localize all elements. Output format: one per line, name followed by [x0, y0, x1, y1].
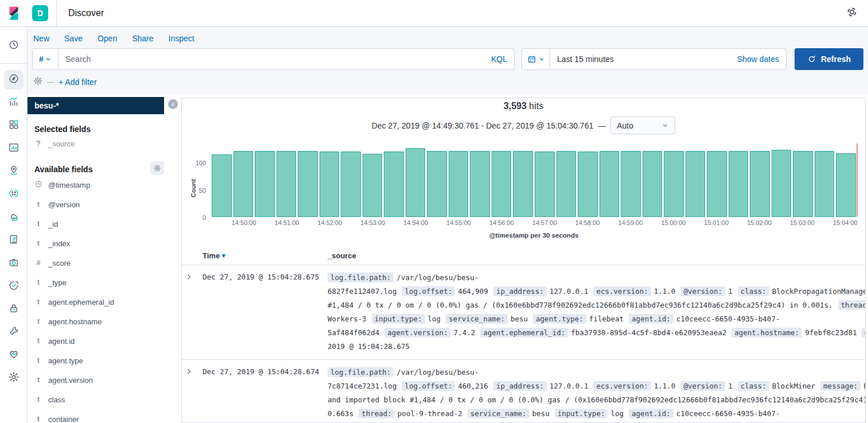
- histogram-bar-14:49:30[interactable]: [212, 154, 232, 217]
- nav-dev-tools[interactable]: [4, 323, 24, 342]
- histogram-bar-14:58:30[interactable]: [600, 151, 620, 217]
- x-tick-15:03:00: 15:03:00: [790, 219, 815, 226]
- nav-siem[interactable]: [4, 300, 24, 319]
- histogram-bar-14:54:30[interactable]: [427, 151, 447, 217]
- field-item-_id[interactable]: t_id: [34, 214, 179, 234]
- nav-logs[interactable]: [4, 231, 24, 250]
- histogram-bar-14:57:30[interactable]: [556, 151, 577, 217]
- histogram-bar-15:02:30[interactable]: [772, 150, 792, 217]
- x-tick-14:59:00: 14:59:00: [618, 219, 643, 226]
- field-name: _index: [48, 239, 70, 248]
- histogram-bar-14:57:00[interactable]: [535, 152, 555, 217]
- histogram-bar-14:52:30[interactable]: [341, 152, 361, 217]
- histogram-bar-14:51:30[interactable]: [298, 151, 318, 217]
- histogram-plot-area[interactable]: [212, 143, 856, 217]
- histogram-bar-15:00:30[interactable]: [686, 151, 706, 217]
- field-item-class[interactable]: tclass: [34, 390, 179, 409]
- kql-toggle[interactable]: KQL: [491, 55, 507, 64]
- space-badge[interactable]: D: [32, 5, 48, 21]
- nav-dashboard[interactable]: [4, 116, 24, 135]
- histogram-bar-14:55:00[interactable]: [449, 151, 469, 217]
- nav-metrics[interactable]: [4, 254, 24, 273]
- nav-canvas[interactable]: [4, 139, 24, 158]
- field-item-agent.hostname[interactable]: tagent.hostname: [34, 312, 179, 331]
- field-badge-agent.id: agent.id:: [629, 314, 674, 324]
- interval-select[interactable]: Auto: [610, 117, 675, 134]
- saved-query-menu-button[interactable]: #: [32, 48, 58, 70]
- nav-apm[interactable]: [4, 208, 24, 227]
- nav-maps[interactable]: [4, 162, 24, 181]
- menu-new[interactable]: New: [33, 34, 49, 43]
- refresh-button[interactable]: Refresh: [795, 48, 863, 70]
- field-settings-gear-icon[interactable]: [150, 161, 164, 175]
- histogram-bar-15:04:00[interactable]: [836, 153, 856, 217]
- histogram-bar-15:01:30[interactable]: [729, 151, 749, 217]
- field-item-_index[interactable]: t_index: [34, 234, 179, 253]
- kibana-logo[interactable]: [0, 0, 28, 26]
- search-input[interactable]: [65, 55, 491, 64]
- field-item-_score[interactable]: #_score: [34, 253, 179, 273]
- field-item-_source[interactable]: ?_source: [34, 134, 179, 153]
- histogram-bar-15:01:00[interactable]: [707, 151, 727, 217]
- nav-uptime[interactable]: [4, 277, 24, 296]
- histogram-bar-15:03:00[interactable]: [793, 151, 813, 217]
- field-value-log.offset: 464,909: [458, 287, 488, 296]
- field-item-agent.version[interactable]: tagent.version: [34, 370, 179, 390]
- histogram-bar-15:03:30[interactable]: [815, 151, 835, 217]
- field-item-@timestamp[interactable]: @timestamp: [34, 175, 179, 195]
- row-source: log.file.path:/var/log/besu/besu-7c8714c…: [328, 366, 866, 423]
- histogram-bar-14:56:00[interactable]: [492, 151, 512, 217]
- field-item-agent.type[interactable]: tagent.type: [34, 351, 179, 370]
- wrench-icon: [8, 325, 20, 339]
- log-scroll-icon: [8, 234, 20, 247]
- histogram-bar-14:51:00[interactable]: [277, 151, 297, 217]
- histogram-bar-14:54:00[interactable]: [406, 148, 426, 217]
- menu-open[interactable]: Open: [98, 34, 117, 43]
- field-value-@version: 1: [728, 382, 733, 390]
- help-icon[interactable]: [846, 6, 858, 20]
- field-badge-log.file.path: log.file.path:: [328, 273, 394, 282]
- recently-viewed-button[interactable]: [4, 36, 24, 56]
- field-value-@version: 1: [728, 287, 733, 296]
- add-filter-button[interactable]: + Add filter: [59, 77, 97, 87]
- field-item-@version[interactable]: t@version: [34, 195, 179, 214]
- nav-machine-learning[interactable]: [4, 185, 24, 204]
- nav-management[interactable]: [4, 368, 24, 388]
- field-item-agent.ephemeral_id[interactable]: tagent.ephemeral_id: [34, 292, 179, 312]
- histogram-bar-14:53:30[interactable]: [384, 152, 404, 217]
- histogram-bar-14:56:30[interactable]: [513, 151, 533, 217]
- histogram-bar-14:50:00[interactable]: [233, 151, 254, 217]
- histogram-bar-14:50:30[interactable]: [255, 151, 275, 217]
- histogram-bar-14:52:00[interactable]: [320, 152, 340, 217]
- nav-discover[interactable]: [4, 70, 24, 90]
- filter-options-gear-icon[interactable]: [33, 76, 42, 88]
- date-picker-button[interactable]: [521, 48, 550, 70]
- nav-visualize[interactable]: [4, 93, 24, 112]
- field-item-agent.id[interactable]: tagent.id: [34, 331, 179, 351]
- field-name: _type: [48, 278, 67, 287]
- x-tick-15:02:00: 15:02:00: [747, 219, 772, 226]
- time-column-header[interactable]: Time ▾: [203, 251, 328, 260]
- time-range-value[interactable]: Last 15 minutes: [557, 55, 614, 64]
- field-item-container[interactable]: tcontainer: [34, 409, 179, 423]
- histogram-bar-14:59:30[interactable]: [643, 151, 663, 217]
- histogram-bar-14:59:00[interactable]: [621, 151, 641, 217]
- x-tick-14:58:00: 14:58:00: [575, 219, 600, 226]
- index-pattern-selector[interactable]: besu-*: [28, 97, 164, 114]
- hits-count: 3,593: [504, 101, 527, 111]
- histogram-bar-15:02:00[interactable]: [750, 151, 770, 217]
- histogram-bar-14:55:30[interactable]: [470, 151, 490, 217]
- collapse-sidebar-button[interactable]: [168, 99, 178, 109]
- menu-share[interactable]: Share: [132, 34, 153, 43]
- histogram-bar-15:00:00[interactable]: [664, 151, 684, 217]
- field-item-_type[interactable]: t_type: [34, 273, 179, 292]
- expand-row-button[interactable]: [185, 366, 203, 423]
- histogram-bar-14:58:00[interactable]: [578, 152, 598, 217]
- histogram-bar-14:53:00[interactable]: [363, 154, 383, 217]
- menu-inspect[interactable]: Inspect: [169, 34, 194, 43]
- time-range-field[interactable]: Last 15 minutes Show dates: [550, 48, 787, 70]
- nav-stack-monitoring[interactable]: [4, 346, 24, 365]
- expand-row-button[interactable]: [185, 271, 203, 354]
- menu-save[interactable]: Save: [64, 34, 83, 43]
- show-dates-button[interactable]: Show dates: [737, 55, 779, 64]
